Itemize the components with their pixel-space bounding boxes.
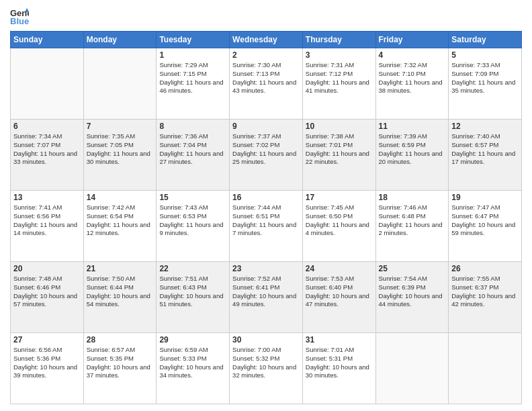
calendar-week-row: 6Sunrise: 7:34 AM Sunset: 7:07 PM Daylig… (11, 120, 522, 191)
calendar-cell (449, 333, 522, 404)
calendar-cell: 23Sunrise: 7:52 AM Sunset: 6:41 PM Dayli… (230, 262, 303, 333)
day-info: Sunrise: 6:56 AM Sunset: 5:36 PM Dayligh… (13, 346, 81, 380)
day-number: 26 (451, 264, 519, 273)
day-info: Sunrise: 7:53 AM Sunset: 6:40 PM Dayligh… (306, 275, 373, 309)
calendar-cell: 24Sunrise: 7:53 AM Sunset: 6:40 PM Dayli… (302, 262, 375, 333)
page: General Blue SundayMondayTuesdayWednesda… (0, 0, 532, 411)
calendar-cell: 5Sunrise: 7:33 AM Sunset: 7:09 PM Daylig… (449, 48, 522, 120)
day-number: 30 (232, 335, 300, 345)
day-number: 21 (87, 264, 154, 273)
logo: General Blue (10, 7, 32, 26)
day-info: Sunrise: 7:29 AM Sunset: 7:15 PM Dayligh… (159, 61, 226, 95)
calendar-cell: 18Sunrise: 7:46 AM Sunset: 6:48 PM Dayli… (375, 191, 449, 262)
day-number: 27 (13, 335, 81, 345)
day-info: Sunrise: 7:51 AM Sunset: 6:43 PM Dayligh… (159, 275, 226, 309)
day-info: Sunrise: 7:54 AM Sunset: 6:39 PM Dayligh… (379, 275, 446, 309)
day-info: Sunrise: 7:35 AM Sunset: 7:05 PM Dayligh… (87, 132, 154, 167)
day-info: Sunrise: 7:39 AM Sunset: 6:59 PM Dayligh… (379, 132, 446, 167)
calendar-cell: 25Sunrise: 7:54 AM Sunset: 6:39 PM Dayli… (375, 262, 449, 333)
day-number: 18 (379, 193, 446, 202)
day-number: 13 (13, 193, 81, 202)
calendar-cell: 7Sunrise: 7:35 AM Sunset: 7:05 PM Daylig… (83, 120, 157, 191)
day-number: 23 (232, 264, 300, 273)
day-info: Sunrise: 7:37 AM Sunset: 7:02 PM Dayligh… (232, 132, 300, 167)
day-number: 5 (451, 50, 519, 60)
day-info: Sunrise: 7:33 AM Sunset: 7:09 PM Dayligh… (451, 61, 519, 95)
day-info: Sunrise: 7:30 AM Sunset: 7:13 PM Dayligh… (232, 61, 300, 95)
calendar-cell: 22Sunrise: 7:51 AM Sunset: 6:43 PM Dayli… (157, 262, 230, 333)
day-info: Sunrise: 7:36 AM Sunset: 7:04 PM Dayligh… (159, 132, 226, 167)
day-number: 12 (451, 122, 519, 131)
calendar-day-header: Sunday (11, 32, 84, 48)
day-number: 10 (306, 122, 373, 131)
calendar-cell: 4Sunrise: 7:32 AM Sunset: 7:10 PM Daylig… (375, 48, 449, 120)
calendar-cell: 3Sunrise: 7:31 AM Sunset: 7:12 PM Daylig… (302, 48, 375, 120)
calendar-week-row: 20Sunrise: 7:48 AM Sunset: 6:46 PM Dayli… (11, 262, 522, 333)
calendar-cell: 11Sunrise: 7:39 AM Sunset: 6:59 PM Dayli… (375, 120, 449, 191)
calendar-cell: 13Sunrise: 7:41 AM Sunset: 6:56 PM Dayli… (11, 191, 84, 262)
day-info: Sunrise: 7:47 AM Sunset: 6:47 PM Dayligh… (451, 203, 519, 238)
day-number: 6 (13, 122, 81, 131)
calendar-cell (375, 333, 449, 404)
calendar-day-header: Monday (83, 32, 157, 48)
day-number: 3 (306, 50, 373, 60)
calendar-day-header: Tuesday (157, 32, 230, 48)
day-number: 19 (451, 193, 519, 202)
logo-icon: General Blue (10, 7, 29, 26)
calendar-cell: 6Sunrise: 7:34 AM Sunset: 7:07 PM Daylig… (11, 120, 84, 191)
calendar-cell: 31Sunrise: 7:01 AM Sunset: 5:31 PM Dayli… (302, 333, 375, 404)
calendar-table: SundayMondayTuesdayWednesdayThursdayFrid… (10, 31, 522, 404)
day-info: Sunrise: 7:32 AM Sunset: 7:10 PM Dayligh… (379, 61, 446, 95)
day-info: Sunrise: 7:34 AM Sunset: 7:07 PM Dayligh… (13, 132, 81, 167)
day-info: Sunrise: 7:48 AM Sunset: 6:46 PM Dayligh… (13, 275, 81, 309)
calendar-week-row: 13Sunrise: 7:41 AM Sunset: 6:56 PM Dayli… (11, 191, 522, 262)
calendar-cell: 29Sunrise: 6:59 AM Sunset: 5:33 PM Dayli… (157, 333, 230, 404)
day-info: Sunrise: 7:01 AM Sunset: 5:31 PM Dayligh… (306, 346, 373, 380)
calendar-day-header: Saturday (449, 32, 522, 48)
day-info: Sunrise: 7:43 AM Sunset: 6:53 PM Dayligh… (159, 203, 226, 238)
day-info: Sunrise: 7:55 AM Sunset: 6:37 PM Dayligh… (451, 275, 519, 309)
calendar-day-header: Friday (375, 32, 449, 48)
day-info: Sunrise: 7:44 AM Sunset: 6:51 PM Dayligh… (232, 203, 300, 238)
day-number: 2 (232, 50, 300, 60)
calendar-cell: 19Sunrise: 7:47 AM Sunset: 6:47 PM Dayli… (449, 191, 522, 262)
day-number: 20 (13, 264, 81, 273)
calendar-cell: 10Sunrise: 7:38 AM Sunset: 7:01 PM Dayli… (302, 120, 375, 191)
day-number: 16 (232, 193, 300, 202)
day-number: 25 (379, 264, 446, 273)
calendar-day-header: Wednesday (230, 32, 303, 48)
day-number: 24 (306, 264, 373, 273)
calendar-cell: 8Sunrise: 7:36 AM Sunset: 7:04 PM Daylig… (157, 120, 230, 191)
calendar-cell: 17Sunrise: 7:45 AM Sunset: 6:50 PM Dayli… (302, 191, 375, 262)
calendar-cell: 20Sunrise: 7:48 AM Sunset: 6:46 PM Dayli… (11, 262, 84, 333)
day-number: 17 (306, 193, 373, 202)
day-number: 22 (159, 264, 226, 273)
calendar-cell: 21Sunrise: 7:50 AM Sunset: 6:44 PM Dayli… (83, 262, 157, 333)
day-number: 7 (87, 122, 154, 131)
day-number: 9 (232, 122, 300, 131)
day-info: Sunrise: 6:57 AM Sunset: 5:35 PM Dayligh… (87, 346, 154, 380)
day-info: Sunrise: 7:42 AM Sunset: 6:54 PM Dayligh… (87, 203, 154, 238)
calendar-cell: 2Sunrise: 7:30 AM Sunset: 7:13 PM Daylig… (230, 48, 303, 120)
day-info: Sunrise: 6:59 AM Sunset: 5:33 PM Dayligh… (159, 346, 226, 380)
calendar-cell (11, 48, 84, 120)
day-info: Sunrise: 7:46 AM Sunset: 6:48 PM Dayligh… (379, 203, 446, 238)
calendar-cell: 1Sunrise: 7:29 AM Sunset: 7:15 PM Daylig… (157, 48, 230, 120)
calendar-day-header: Thursday (302, 32, 375, 48)
day-info: Sunrise: 7:50 AM Sunset: 6:44 PM Dayligh… (87, 275, 154, 309)
day-info: Sunrise: 7:52 AM Sunset: 6:41 PM Dayligh… (232, 275, 300, 309)
day-number: 14 (87, 193, 154, 202)
day-info: Sunrise: 7:41 AM Sunset: 6:56 PM Dayligh… (13, 203, 81, 238)
calendar-week-row: 27Sunrise: 6:56 AM Sunset: 5:36 PM Dayli… (11, 333, 522, 404)
day-number: 11 (379, 122, 446, 131)
day-number: 28 (87, 335, 154, 345)
calendar-cell: 16Sunrise: 7:44 AM Sunset: 6:51 PM Dayli… (230, 191, 303, 262)
calendar-cell: 26Sunrise: 7:55 AM Sunset: 6:37 PM Dayli… (449, 262, 522, 333)
day-info: Sunrise: 7:38 AM Sunset: 7:01 PM Dayligh… (306, 132, 373, 167)
day-number: 4 (379, 50, 446, 60)
day-info: Sunrise: 7:45 AM Sunset: 6:50 PM Dayligh… (306, 203, 373, 238)
calendar-cell: 9Sunrise: 7:37 AM Sunset: 7:02 PM Daylig… (230, 120, 303, 191)
day-info: Sunrise: 7:00 AM Sunset: 5:32 PM Dayligh… (232, 346, 300, 380)
day-info: Sunrise: 7:31 AM Sunset: 7:12 PM Dayligh… (306, 61, 373, 95)
header: General Blue (10, 7, 522, 26)
